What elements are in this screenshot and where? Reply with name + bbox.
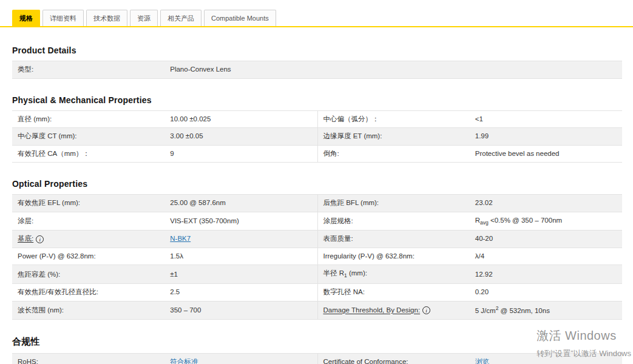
spec-row: 涂层:VIS-EXT (350-700nm)涂层规格:Ravg <0.5% @ … <box>12 212 622 231</box>
spec-label-text: Power (P-V) @ 632.8nm: <box>18 252 96 261</box>
spec-label: 边缘厚度 ET (mm): <box>317 128 470 145</box>
spec-value-cell: 符合标准 <box>164 354 317 364</box>
spec-value-link[interactable]: N-BK7 <box>170 234 191 244</box>
spec-label: 直径 (mm): <box>12 111 164 128</box>
spec-label: Irregularity (P-V) @ 632.8nm: <box>317 248 470 265</box>
spec-label-text: 直径 (mm): <box>18 115 52 124</box>
spec-label: 涂层规格: <box>317 212 470 231</box>
spec-value-cell: 23.02 <box>470 195 622 212</box>
section-title-optical: Optical Properties <box>12 179 622 189</box>
spec-row: 直径 (mm):10.00 ±0.025中心偏（弧分）：<1 <box>12 111 622 129</box>
spec-label: 涂层: <box>12 212 164 231</box>
spec-row: 中心厚度 CT (mm):3.00 ±0.05边缘厚度 ET (mm):1.99 <box>12 128 622 146</box>
spec-label-text: 有效焦距/有效孔径直径比: <box>18 288 98 297</box>
spec-row: 类型:Plano-Convex Lens <box>12 61 622 79</box>
spec-row: Power (P-V) @ 632.8nm:1.5λIrregularity (… <box>12 248 622 266</box>
spec-label-text: 涂层规格: <box>323 217 353 226</box>
spec-label: 有效孔径 CA（mm）： <box>12 146 164 163</box>
spec-value-cell: 350 – 700 <box>164 302 317 319</box>
tab-related-products[interactable]: 相关产品 <box>160 10 201 26</box>
spec-row: 有效焦距/有效孔径直径比:2.5数字孔径 NA:0.20 <box>12 284 622 302</box>
spec-value-cell: 10.00 ±0.025 <box>164 111 317 128</box>
spec-label-text: 中心偏（弧分）： <box>323 115 379 124</box>
spec-label-text[interactable]: Damage Threshold, By Design: <box>323 306 421 315</box>
spec-row: 基底:iN-BK7表面质量:40-20 <box>12 231 622 248</box>
spec-label-text: 类型: <box>18 65 33 75</box>
spec-value: 9 <box>170 149 174 159</box>
spec-label: 表面质量: <box>317 231 470 248</box>
section-title-product-details: Product Details <box>12 46 622 55</box>
spec-label-text: 波长范围 (nm): <box>18 306 64 315</box>
spec-row: 有效孔径 CA（mm）：9倒角:Protective bevel as need… <box>12 146 622 163</box>
spec-label: 倒角: <box>317 146 470 163</box>
spec-table-physical-mechanical: 直径 (mm):10.00 ±0.025中心偏（弧分）：<1中心厚度 CT (m… <box>12 110 622 163</box>
spec-value-cell: N-BK7 <box>164 231 317 248</box>
spec-value-link[interactable]: 浏览 <box>475 357 489 364</box>
spec-value-cell: Plano-Convex Lens <box>164 61 622 78</box>
spec-value: 12.92 <box>475 270 493 280</box>
spec-value-cell: 3.00 ±0.05 <box>164 128 317 145</box>
info-icon[interactable]: i <box>36 235 44 243</box>
tab-tech-data[interactable]: 技术数据 <box>86 10 127 26</box>
spec-row: 波长范围 (nm):350 – 700Damage Threshold, By … <box>12 302 622 320</box>
spec-label: 基底:i <box>12 231 164 248</box>
spec-label-text: 半径 R1 (mm): <box>323 269 367 280</box>
spec-value: ±1 <box>170 270 178 280</box>
spec-label-text: 数字孔径 NA: <box>323 288 365 297</box>
spec-label: Power (P-V) @ 632.8nm: <box>12 248 164 265</box>
spec-value: 2.5 <box>170 288 180 297</box>
spec-value-cell: VIS-EXT (350-700nm) <box>164 212 317 231</box>
spec-value-cell: 浏览 <box>470 354 622 364</box>
spec-value-cell: 40-20 <box>470 231 622 248</box>
spec-row: RoHS:符合标准Certificate of Conformance:浏览 <box>12 354 622 364</box>
spec-value: λ/4 <box>475 252 484 261</box>
spec-label: 中心偏（弧分）： <box>317 111 470 128</box>
spec-value: 350 – 700 <box>170 306 201 315</box>
spec-value: VIS-EXT (350-700nm) <box>170 217 239 226</box>
spec-label: 有效焦距/有效孔径直径比: <box>12 284 164 301</box>
spec-value-cell: 9 <box>164 146 317 163</box>
spec-table-optical: 有效焦距 EFL (mm):25.00 @ 587.6nm后焦距 BFL (mm… <box>12 194 622 320</box>
spec-label-text: 后焦距 BFL (mm): <box>323 198 379 208</box>
spec-label-text: 有效焦距 EFL (mm): <box>18 198 80 208</box>
spec-value: <1 <box>475 115 483 124</box>
spec-label: Damage Threshold, By Design:i <box>317 302 470 319</box>
content: Product Details 类型:Plano-Convex Lens Phy… <box>12 27 622 364</box>
spec-label-text[interactable]: 基底: <box>18 234 33 244</box>
spec-value: 25.00 @ 587.6nm <box>170 198 226 208</box>
spec-value-cell: 2.5 <box>164 284 317 301</box>
tab-specs[interactable]: 规格 <box>12 10 40 26</box>
spec-label-text: 有效孔径 CA（mm）： <box>18 149 90 159</box>
spec-value-cell: 1.99 <box>470 128 622 145</box>
spec-value: 3.00 ±0.05 <box>170 132 203 141</box>
spec-label: Certificate of Conformance: <box>317 354 470 364</box>
spec-table-product-details: 类型:Plano-Convex Lens <box>12 61 622 79</box>
spec-value-cell: 0.20 <box>470 284 622 301</box>
section-title-compliance: 合规性 <box>12 336 622 348</box>
spec-value: Protective bevel as needed <box>475 149 560 159</box>
spec-value-cell: 5 J/cm2 @ 532nm, 10ns <box>470 302 622 319</box>
tab-resources[interactable]: 资源 <box>130 10 158 26</box>
section-title-physical-mechanical: Physical & Mechanical Properties <box>12 95 622 105</box>
spec-value-cell: λ/4 <box>470 248 622 265</box>
tab-compatible-mounts[interactable]: Compatible Mounts <box>204 10 276 26</box>
spec-label-text: 边缘厚度 ET (mm): <box>323 132 382 141</box>
spec-label: RoHS: <box>12 354 164 364</box>
spec-label-text: Certificate of Conformance: <box>323 357 408 364</box>
spec-value-cell: ±1 <box>164 265 317 283</box>
spec-label: 焦距容差 (%): <box>12 265 164 283</box>
spec-value: 1.99 <box>475 132 489 141</box>
spec-value: 1.5λ <box>170 252 183 261</box>
tab-details[interactable]: 详细资料 <box>42 10 84 26</box>
spec-label: 半径 R1 (mm): <box>317 265 470 283</box>
spec-label-text: 涂层: <box>18 217 33 226</box>
spec-value: 40-20 <box>475 234 493 244</box>
spec-label: 类型: <box>12 61 164 78</box>
spec-label: 波长范围 (nm): <box>12 302 164 319</box>
spec-label-text: 表面质量: <box>323 234 353 244</box>
info-icon[interactable]: i <box>422 306 430 314</box>
spec-value-cell: 12.92 <box>470 265 622 283</box>
spec-value-link[interactable]: 符合标准 <box>170 357 198 364</box>
spec-value: Ravg <0.5% @ 350 – 700nm <box>475 216 562 227</box>
spec-value: Plano-Convex Lens <box>170 65 231 75</box>
